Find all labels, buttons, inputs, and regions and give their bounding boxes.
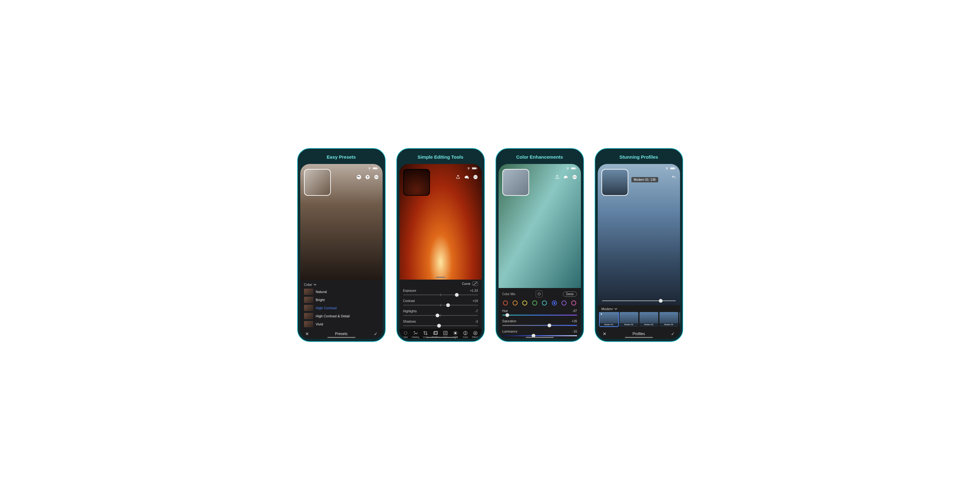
slider-value: +1.33	[470, 289, 478, 293]
battery-icon	[670, 167, 676, 170]
tool-color[interactable]: Color	[461, 331, 471, 338]
preset-item[interactable]: Bright	[300, 296, 383, 304]
svg-point-15	[474, 177, 474, 177]
profile-thumbnail[interactable]: Modern 04	[659, 312, 678, 326]
target-adjustment-button[interactable]	[536, 291, 542, 298]
before-thumbnail[interactable]	[403, 169, 430, 196]
svg-point-33	[574, 177, 575, 177]
color-swatches	[499, 299, 581, 308]
undo-icon[interactable]	[671, 175, 676, 180]
card-heading: Color Enhancements	[499, 154, 581, 160]
profile-strip[interactable]: ★Modern 01Modern 02Modern 03Modern 04Mo	[598, 312, 680, 328]
preset-label: Bright	[316, 298, 325, 302]
slider-hue[interactable]: Hue-87	[499, 308, 581, 318]
help-icon[interactable]: ?	[365, 175, 370, 180]
svg-rect-37	[670, 168, 674, 169]
slider-saturation[interactable]: Saturation+26	[499, 318, 581, 329]
profile-category[interactable]: Modern	[598, 305, 680, 312]
home-indicator[interactable]	[426, 337, 455, 338]
preset-category-label: Color	[304, 283, 312, 286]
color-icon	[463, 331, 468, 336]
slider-label: Contrast	[403, 299, 415, 303]
svg-point-30	[566, 177, 568, 179]
card-heading: Stunning Profiles	[598, 154, 680, 160]
profile-thumbnail[interactable]: ★Modern 01	[600, 312, 618, 326]
color-mix-label: Color Mix	[502, 293, 515, 296]
profile-thumbnail[interactable]: Modern 03	[640, 312, 658, 326]
more-icon[interactable]	[572, 175, 577, 180]
profile-label: Modern 03	[640, 323, 658, 326]
more-icon[interactable]	[374, 175, 379, 180]
color-swatch[interactable]	[562, 301, 566, 305]
tool-effects[interactable]: Effects	[471, 331, 480, 338]
battery-icon	[372, 167, 378, 170]
color-swatch[interactable]	[571, 301, 576, 305]
confirm-icon[interactable]: ✓	[671, 331, 675, 336]
slider-shadows[interactable]: Shadows-3	[399, 318, 482, 329]
top-actions	[671, 175, 676, 180]
confirm-icon[interactable]: ✓	[374, 331, 378, 336]
slider-highlights[interactable]: Highlights-7	[399, 308, 482, 318]
before-thumbnail[interactable]	[304, 169, 331, 196]
color-swatch[interactable]	[522, 301, 527, 305]
undo-icon[interactable]	[356, 175, 361, 180]
curve-toggle[interactable]: Curve	[399, 280, 482, 288]
done-button[interactable]: Done	[563, 291, 577, 297]
intensity-slider[interactable]	[602, 298, 676, 303]
panel-handle[interactable]	[436, 277, 445, 278]
slider-contrast[interactable]: Contrast+19	[399, 298, 482, 308]
profile-thumbnail[interactable]: Modern 02	[620, 312, 638, 326]
preset-item[interactable]: Vivid	[300, 320, 383, 328]
home-indicator[interactable]	[625, 337, 653, 338]
crop-icon	[423, 331, 428, 336]
cloud-check-icon[interactable]	[563, 175, 568, 180]
presets-panel: Color NaturalBrightHigh ContrastHigh Con…	[300, 280, 383, 339]
svg-point-7	[375, 177, 375, 177]
tool-label: Healing	[412, 336, 419, 338]
favorite-star-icon: ★	[600, 313, 602, 315]
card-heading: Easy Presets	[300, 154, 383, 160]
slider-exposure[interactable]: Exposure+1.33	[399, 288, 482, 298]
battery-icon	[472, 167, 477, 170]
wifi-icon	[467, 167, 471, 170]
color-swatch[interactable]	[542, 301, 547, 305]
color-swatch[interactable]	[512, 301, 518, 305]
svg-point-19	[414, 331, 415, 332]
preset-thumbnail	[304, 297, 313, 303]
profiles-panel: Modern ★Modern 01Modern 02Modern 03Moder…	[598, 305, 680, 339]
close-icon[interactable]: ✕	[603, 331, 606, 336]
svg-point-17	[476, 177, 477, 177]
promo-card-color: Color Enhancements Color Mix Done	[495, 148, 584, 342]
battery-icon	[571, 167, 576, 170]
svg-point-25	[474, 331, 477, 335]
svg-point-26	[475, 332, 476, 334]
preset-item[interactable]: Natural	[300, 288, 383, 296]
preset-item[interactable]: High Contrast	[300, 304, 383, 312]
curve-label: Curve	[462, 282, 471, 286]
light-icon	[453, 331, 458, 336]
before-thumbnail[interactable]	[502, 169, 529, 196]
color-mix-panel: Color Mix Done Hue-87Saturation+26Lumina…	[499, 288, 581, 339]
home-indicator[interactable]	[526, 337, 554, 338]
phone-screen: Curve Exposure+1.33Contrast+19Highlights…	[399, 164, 482, 339]
cloud-check-icon[interactable]	[464, 175, 469, 180]
more-icon[interactable]	[473, 175, 478, 180]
profiles-icon	[433, 331, 438, 336]
share-icon[interactable]	[555, 175, 560, 180]
color-swatch[interactable]	[532, 301, 537, 305]
preset-category[interactable]: Color	[300, 280, 383, 288]
share-icon[interactable]	[455, 175, 461, 180]
svg-point-34	[575, 177, 576, 177]
svg-rect-12	[476, 168, 477, 169]
before-thumbnail[interactable]	[601, 169, 628, 196]
preset-item[interactable]: High Contrast & Detail	[300, 312, 383, 320]
tool-label: Effects	[472, 336, 479, 338]
profile-thumbnail[interactable]: Mo	[679, 312, 680, 326]
close-icon[interactable]: ✕	[305, 331, 309, 336]
tool-ctive[interactable]: ctive	[401, 331, 410, 338]
color-swatch[interactable]	[503, 301, 508, 305]
color-swatch[interactable]	[552, 301, 557, 305]
top-actions: ?	[356, 175, 379, 180]
tool-healing[interactable]: Healing	[410, 331, 421, 338]
home-indicator[interactable]	[328, 337, 355, 338]
